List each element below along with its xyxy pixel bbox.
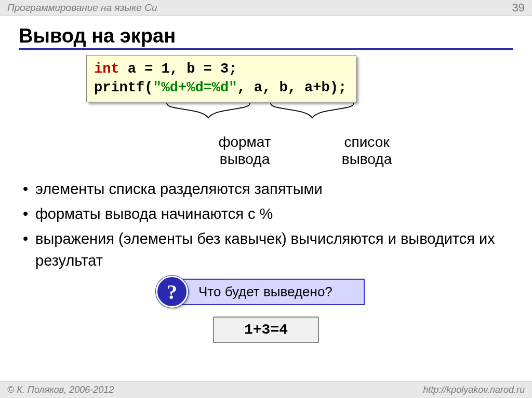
list-label: список вывода [330, 133, 403, 168]
code-line2-pre: printf( [94, 80, 153, 95]
slide: Программирование на языке Си 39 Вывод на… [0, 0, 532, 398]
page-number: 39 [512, 1, 525, 15]
code-box: int a = 1, b = 3; printf("%d+%d=%d", a, … [86, 55, 356, 102]
list-label-line1: список [344, 134, 390, 150]
format-label: формат вывода [208, 133, 281, 168]
question-mark-icon: ? [156, 276, 188, 308]
code-box-wrap: int a = 1, b = 3; printf("%d+%d=%d", a, … [86, 55, 356, 102]
footer-url: http://kpolyakov.narod.ru [423, 385, 525, 395]
list-item: форматы вывода начинаются с % [21, 203, 513, 225]
list-label-line2: вывода [342, 151, 392, 167]
content: Вывод на экран int a = 1, b = 3; printf(… [0, 16, 532, 343]
braces-row [86, 102, 377, 133]
code-format-string: "%d+%d=%d" [153, 80, 237, 95]
format-label-line1: формат [218, 134, 271, 150]
course-title: Программирование на языке Си [7, 2, 157, 13]
footer-bar: © К. Поляков, 2006-2012 http://kpolyakov… [0, 381, 532, 398]
question-text: Что будет выведено? [167, 279, 365, 305]
brace-format-icon [164, 102, 252, 120]
brace-list-icon [268, 102, 356, 120]
code-keyword: int [94, 61, 119, 77]
list-item: выражения (элементы без кавычек) вычисля… [21, 228, 513, 271]
code-line2-post: , a, b, a+b); [237, 80, 347, 95]
list-item: элементы списка разделяются запятыми [21, 178, 513, 200]
output-box: 1+3=4 [213, 317, 319, 343]
format-label-line2: вывода [220, 151, 270, 167]
question-mark-glyph: ? [167, 280, 177, 304]
slide-title: Вывод на экран [19, 25, 513, 50]
bullet-list: элементы списка разделяются запятыми фор… [19, 178, 513, 271]
question-callout: ? Что будет выведено? [167, 279, 365, 305]
copyright-text: © К. Поляков, 2006-2012 [7, 385, 114, 395]
header-bar: Программирование на языке Си 39 [0, 0, 532, 16]
brace-labels: формат вывода список вывода [86, 133, 377, 175]
code-line1-rest: a = 1, b = 3; [119, 61, 237, 77]
